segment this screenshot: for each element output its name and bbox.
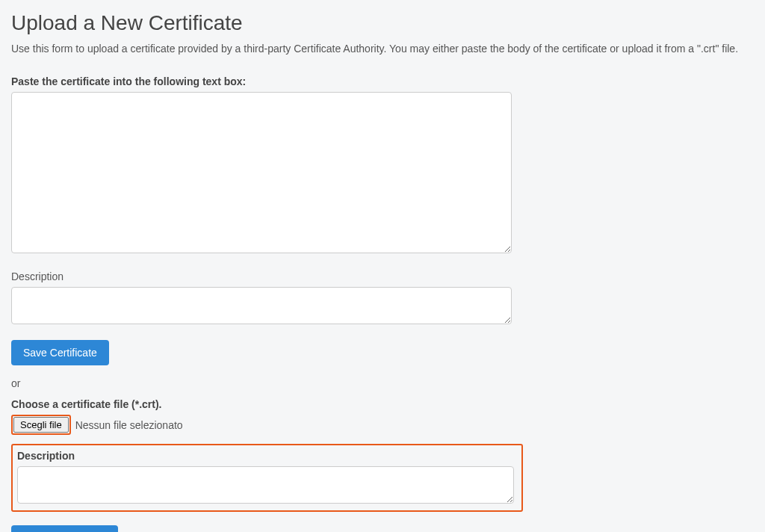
choose-file-label: Choose a certificate file (*.crt). xyxy=(11,398,754,410)
save-certificate-button[interactable]: Save Certificate xyxy=(11,340,109,365)
paste-cert-textarea[interactable] xyxy=(11,92,512,253)
upload-description-textarea[interactable] xyxy=(17,466,514,504)
upload-certificate-button[interactable]: Upload Certificate xyxy=(11,525,118,532)
page-subtitle: Use this form to upload a certificate pr… xyxy=(11,43,754,55)
file-status-text: Nessun file selezionato xyxy=(75,419,183,431)
or-separator: or xyxy=(11,377,754,389)
paste-cert-label: Paste the certificate into the following… xyxy=(11,75,754,87)
upload-description-label: Description xyxy=(17,450,517,462)
choose-file-button[interactable]: Scegli file xyxy=(13,417,69,433)
paste-description-label: Description xyxy=(11,270,754,282)
paste-description-textarea[interactable] xyxy=(11,287,512,324)
page-title: Upload a New Certificate xyxy=(11,11,754,35)
